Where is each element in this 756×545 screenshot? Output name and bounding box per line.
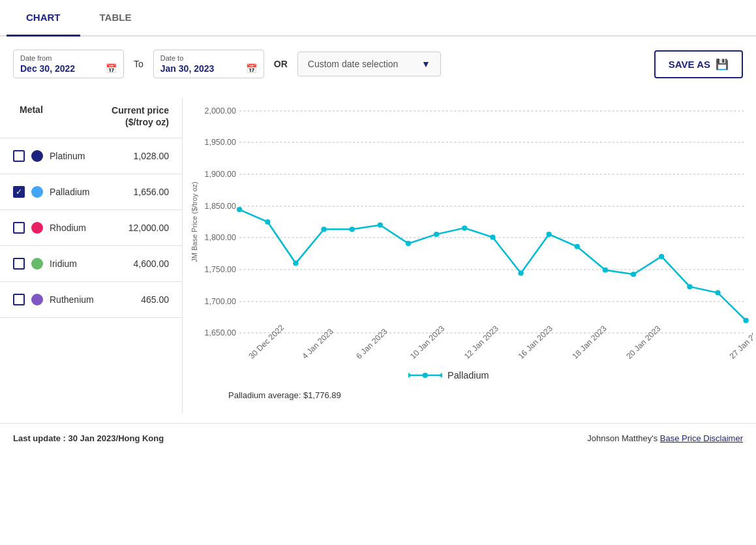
data-point-17 — [715, 290, 720, 296]
svg-text:Palladium: Palladium — [447, 370, 489, 381]
metal-row-platinum: Platinum1,028.00 — [0, 138, 182, 174]
svg-marker-27 — [439, 373, 442, 378]
chart-svg: .grid { stroke: #bbb; stroke-width: 1; s… — [199, 104, 753, 385]
date-to-value: Jan 30, 2023 — [160, 63, 215, 74]
sidebar-header: Metal Current price($/troy oz) — [0, 98, 182, 138]
custom-date-label: Custom date selection — [308, 59, 399, 69]
price-palladium: 1,656.00 — [134, 187, 170, 197]
checkbox-iridium[interactable] — [13, 258, 25, 270]
date-from-label: Date from — [20, 54, 117, 62]
svg-marker-26 — [408, 373, 412, 378]
data-point-13 — [603, 268, 608, 273]
svg-text:1,800.00: 1,800.00 — [205, 233, 237, 242]
date-from-value: Dec 30, 2022 — [20, 63, 75, 74]
data-point-4 — [350, 226, 355, 232]
average-text: Palladium average: $1,776.89 — [189, 390, 743, 400]
date-to-label: Date to — [160, 54, 257, 62]
price-ruthenium: 465.00 — [141, 294, 169, 305]
date-from-field[interactable]: Date from Dec 30, 2022 📅 — [13, 50, 124, 78]
to-label: To — [134, 59, 144, 69]
metal-row-rhodium: Rhodium12,000.00 — [0, 210, 182, 246]
svg-text:6 Jan 2023: 6 Jan 2023 — [354, 327, 389, 361]
svg-text:1,650.00: 1,650.00 — [205, 328, 237, 337]
svg-text:27 Jan 2023: 27 Jan 2023 — [728, 324, 753, 361]
svg-text:1,950.00: 1,950.00 — [205, 138, 237, 147]
last-update: Last update : 30 Jan 2023/Hong Kong — [13, 433, 164, 443]
data-point-12 — [575, 244, 580, 249]
svg-text:18 Jan 2023: 18 Jan 2023 — [570, 324, 609, 361]
last-update-label: Last update : — [13, 433, 66, 443]
save-as-button[interactable]: SAVE AS 💾 — [654, 50, 743, 78]
name-iridium: Iridium — [50, 258, 127, 269]
date-to-field[interactable]: Date to Jan 30, 2023 📅 — [153, 50, 264, 78]
data-point-2 — [293, 260, 298, 266]
svg-text:30 Dec 2022: 30 Dec 2022 — [247, 323, 286, 361]
checkbox-platinum[interactable] — [13, 150, 25, 162]
disclaimer-prefix: Johnson Matthey's — [587, 433, 658, 443]
svg-text:1,900.00: 1,900.00 — [205, 170, 237, 179]
tab-table[interactable]: TABLE — [80, 0, 151, 37]
data-point-10 — [518, 270, 523, 275]
metals-list: Platinum1,028.00Palladium1,656.00Rhodium… — [0, 138, 182, 318]
metal-row-palladium: Palladium1,656.00 — [0, 174, 182, 210]
data-point-9 — [490, 235, 495, 240]
tabs-container: CHART TABLE — [0, 0, 756, 37]
data-point-14 — [631, 272, 636, 277]
data-point-8 — [462, 225, 467, 230]
dot-platinum — [31, 150, 43, 162]
last-update-value: 30 Jan 2023/Hong Kong — [68, 433, 164, 443]
data-point-5 — [378, 223, 383, 228]
metal-row-ruthenium: Ruthenium465.00 — [0, 282, 182, 318]
data-point-3 — [321, 226, 326, 232]
calendar-from-icon[interactable]: 📅 — [106, 63, 117, 74]
data-point-6 — [406, 241, 411, 246]
y-axis-label: JM Base Price ($/troy oz) — [190, 181, 198, 262]
data-point-16 — [687, 284, 692, 289]
tab-chart[interactable]: CHART — [7, 0, 80, 37]
checkbox-rhodium[interactable] — [13, 222, 25, 234]
or-label: OR — [274, 59, 288, 69]
svg-text:1,850.00: 1,850.00 — [205, 202, 237, 211]
data-point-11 — [546, 232, 551, 237]
svg-text:16 Jan 2023: 16 Jan 2023 — [517, 324, 555, 361]
save-label: SAVE AS — [669, 59, 710, 70]
svg-text:2,000.00: 2,000.00 — [205, 106, 237, 116]
data-point-0 — [237, 207, 242, 212]
chevron-down-icon: ▼ — [421, 59, 431, 69]
svg-text:1,700.00: 1,700.00 — [205, 297, 237, 306]
price-platinum: 1,028.00 — [134, 151, 170, 161]
svg-text:1,750.00: 1,750.00 — [205, 265, 237, 274]
dot-palladium — [31, 186, 43, 198]
controls-bar: Date from Dec 30, 2022 📅 To Date to Jan … — [0, 37, 756, 91]
svg-text:20 Jan 2023: 20 Jan 2023 — [624, 324, 663, 361]
name-palladium: Palladium — [50, 187, 127, 197]
svg-text:12 Jan 2023: 12 Jan 2023 — [462, 324, 501, 361]
dot-rhodium — [31, 222, 43, 234]
metal-column-header: Metal — [20, 104, 112, 128]
calendar-to-icon[interactable]: 📅 — [246, 63, 257, 74]
save-icon: 💾 — [716, 58, 729, 70]
dot-ruthenium — [31, 294, 43, 305]
data-point-1 — [265, 219, 270, 225]
name-rhodium: Rhodium — [50, 223, 122, 233]
checkbox-palladium[interactable] — [13, 186, 25, 198]
footer: Last update : 30 Jan 2023/Hong Kong John… — [0, 423, 756, 450]
metal-row-iridium: Iridium4,600.00 — [0, 246, 182, 282]
disclaimer-link[interactable]: Base Price Disclaimer — [660, 433, 743, 443]
data-point-7 — [434, 232, 439, 237]
svg-point-28 — [423, 373, 428, 378]
checkbox-ruthenium[interactable] — [13, 294, 25, 305]
price-iridium: 4,600.00 — [134, 258, 170, 269]
sidebar: Metal Current price($/troy oz) Platinum1… — [0, 98, 183, 413]
data-point-18 — [744, 318, 749, 323]
custom-date-select[interactable]: Custom date selection ▼ — [297, 52, 441, 76]
disclaimer: Johnson Matthey's Base Price Disclaimer — [587, 433, 743, 443]
name-platinum: Platinum — [50, 151, 127, 161]
svg-text:4 Jan 2023: 4 Jan 2023 — [300, 327, 335, 361]
main-content: Metal Current price($/troy oz) Platinum1… — [0, 91, 756, 420]
price-column-header: Current price($/troy oz) — [112, 104, 169, 128]
chart-container: JM Base Price ($/troy oz) .grid { stroke… — [189, 104, 743, 385]
chart-area: JM Base Price ($/troy oz) .grid { stroke… — [183, 98, 756, 413]
price-rhodium: 12,000.00 — [129, 223, 169, 233]
data-point-15 — [659, 254, 664, 259]
